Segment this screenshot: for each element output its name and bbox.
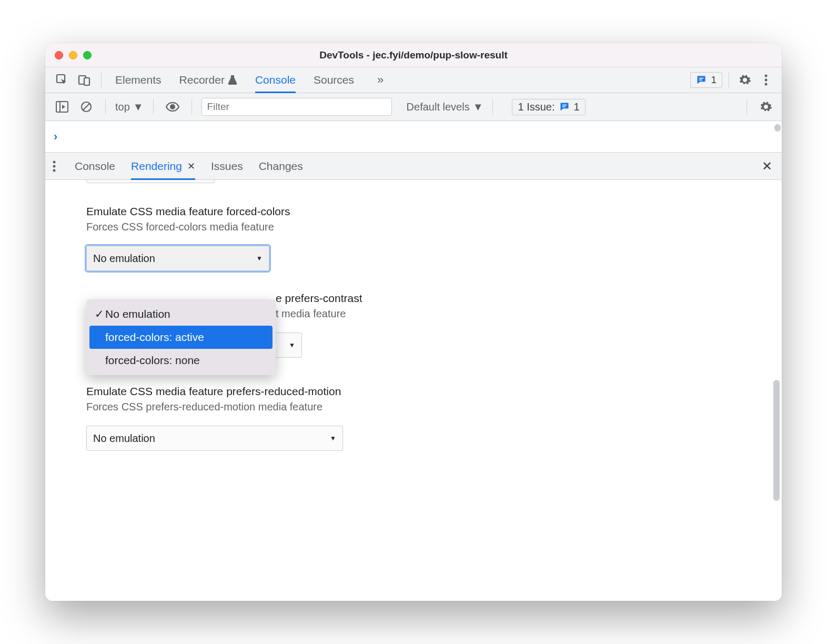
option-no-emulation[interactable]: ✓ No emulation	[89, 303, 273, 326]
svg-point-17	[53, 165, 56, 167]
section-subtitle: Forces CSS forced-colors media feature	[86, 221, 772, 233]
scrollbar-thumb[interactable]	[774, 124, 781, 132]
toolbar-right: 1	[690, 71, 775, 89]
console-sidebar-toggle-icon[interactable]	[53, 97, 72, 116]
svg-point-6	[765, 79, 768, 82]
svg-point-16	[53, 160, 56, 163]
inspect-element-icon[interactable]	[53, 71, 72, 89]
clear-console-icon[interactable]	[77, 97, 96, 116]
check-icon: ✓	[94, 308, 105, 320]
svg-rect-3	[699, 78, 703, 79]
svg-rect-14	[562, 105, 566, 106]
drawer-close-icon[interactable]: ✕	[762, 159, 772, 174]
option-label: forced-colors: active	[105, 331, 204, 344]
tab-label: Issues	[211, 160, 243, 173]
drawer-tab-rendering[interactable]: Rendering ✕	[131, 153, 195, 180]
svg-line-12	[83, 104, 89, 110]
forced-colors-select[interactable]: No emulation ▼	[86, 246, 269, 271]
caret-down-icon: ▼	[289, 341, 295, 349]
tab-sources[interactable]: Sources	[314, 67, 354, 93]
svg-marker-10	[62, 105, 65, 109]
drawer-menu-icon[interactable]	[53, 160, 56, 172]
tab-console[interactable]: Console	[255, 67, 296, 93]
select-partial-offscreen[interactable]	[86, 180, 215, 183]
context-label: top	[115, 101, 130, 113]
separator	[191, 99, 192, 115]
chat-icon	[559, 102, 570, 112]
separator	[747, 99, 747, 115]
toggle-device-icon[interactable]	[75, 71, 94, 89]
svg-point-18	[53, 169, 56, 172]
drawer-tab-issues[interactable]: Issues	[211, 153, 243, 180]
flask-icon	[228, 75, 237, 85]
console-input-row[interactable]: ›	[45, 121, 782, 153]
chat-icon	[696, 75, 707, 85]
prefers-reduced-motion-select[interactable]: No emulation ▼	[86, 426, 343, 451]
svg-point-5	[765, 75, 768, 77]
tab-label: Rendering	[131, 160, 182, 173]
separator	[729, 72, 729, 88]
tab-label: Changes	[259, 160, 303, 173]
console-settings-icon[interactable]	[757, 97, 775, 116]
section-subtitle: Forces CSS prefers-reduced-motion media …	[86, 401, 772, 413]
option-forced-colors-none[interactable]: forced-colors: none	[89, 349, 273, 372]
separator	[153, 99, 154, 115]
select-value: No emulation	[93, 432, 155, 445]
settings-icon[interactable]	[735, 71, 754, 89]
tab-label: Console	[255, 74, 296, 86]
levels-label: Default levels	[407, 101, 470, 113]
context-selector[interactable]: top ▼	[115, 101, 144, 113]
log-levels-selector[interactable]: Default levels ▼	[407, 101, 483, 113]
more-tabs-button[interactable]: »	[377, 73, 384, 87]
caret-down-icon: ▼	[133, 101, 144, 113]
live-expression-icon[interactable]	[163, 97, 182, 116]
option-label: forced-colors: none	[105, 354, 200, 367]
tab-label: Elements	[115, 74, 162, 86]
caret-down-icon: ▼	[256, 255, 263, 262]
svg-rect-4	[699, 79, 702, 80]
section-title: Emulate CSS media feature forced-colors	[86, 205, 772, 218]
caret-down-icon: ▼	[473, 101, 483, 113]
svg-rect-15	[562, 106, 565, 107]
separator	[101, 72, 102, 88]
filter-input[interactable]	[201, 98, 392, 116]
rendering-panel: Emulate CSS media feature forced-colors …	[45, 180, 782, 601]
caret-down-icon: ▼	[330, 435, 336, 442]
tab-recorder[interactable]: Recorder	[179, 67, 237, 93]
issues-count: 1	[574, 101, 580, 113]
devtools-window: DevTools - jec.fyi/demo/pup-slow-result …	[45, 43, 782, 601]
console-prompt: ›	[54, 130, 57, 144]
tab-label: Sources	[314, 74, 354, 86]
separator	[492, 99, 493, 115]
tab-elements[interactable]: Elements	[115, 67, 162, 93]
issues-badge[interactable]: 1	[690, 72, 722, 88]
issues-label: 1 Issue:	[518, 101, 554, 113]
section-title: Emulate CSS media feature prefers-reduce…	[86, 385, 772, 398]
tab-label: Recorder	[179, 74, 225, 86]
kebab-menu-icon[interactable]	[757, 71, 775, 89]
main-tabs: Elements Recorder Console Sources »	[115, 67, 384, 93]
drawer-tabbar: Console Rendering ✕ Issues Changes ✕	[45, 153, 782, 180]
separator	[105, 99, 106, 115]
main-toolbar: Elements Recorder Console Sources » 1	[45, 67, 782, 93]
option-forced-colors-active[interactable]: forced-colors: active	[89, 326, 273, 349]
tab-close-icon[interactable]: ✕	[187, 160, 195, 172]
emulate-forced-colors-section: Emulate CSS media feature forced-colors …	[86, 205, 772, 271]
chevrons-glyph: »	[377, 73, 384, 86]
tab-label: Console	[75, 160, 115, 173]
issues-link[interactable]: 1 Issue: 1	[512, 99, 585, 115]
svg-point-7	[765, 83, 768, 86]
titlebar: DevTools - jec.fyi/demo/pup-slow-result	[45, 43, 782, 67]
drawer-tab-changes[interactable]: Changes	[259, 153, 303, 180]
scrollbar-thumb[interactable]	[773, 380, 780, 501]
forced-colors-dropdown: ✓ No emulation forced-colors: active for…	[86, 299, 276, 375]
window-title: DevTools - jec.fyi/demo/pup-slow-result	[45, 49, 782, 61]
drawer-tab-console[interactable]: Console	[75, 153, 115, 180]
console-subtoolbar: top ▼ Default levels ▼ 1 Issue: 1	[45, 93, 782, 121]
option-label: No emulation	[105, 308, 170, 320]
svg-rect-2	[84, 78, 89, 85]
emulate-prefers-reduced-motion-section: Emulate CSS media feature prefers-reduce…	[86, 385, 772, 451]
issues-count: 1	[711, 74, 717, 86]
svg-point-13	[170, 104, 175, 109]
select-value: No emulation	[93, 253, 155, 265]
